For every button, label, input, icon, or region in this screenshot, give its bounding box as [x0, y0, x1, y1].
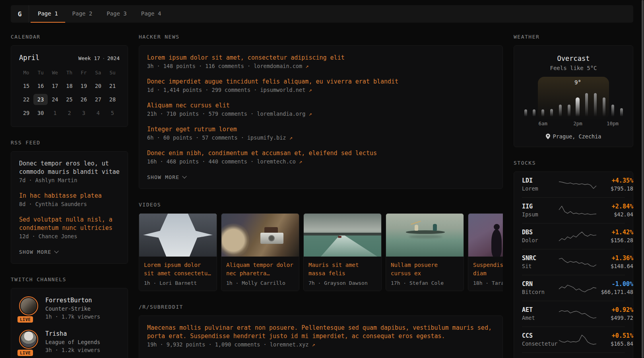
rss-item: Sed volutpat nulla nisl, a condimentum n… — [19, 216, 120, 241]
video-title-link[interactable]: Lorem ipsum dolor sit amet consectetu… — [144, 261, 212, 278]
page-scrollbar[interactable] — [642, 0, 644, 358]
meta-text: 1d · 1,414 points · 299 comments · ipsum… — [147, 87, 305, 93]
video-thumbnail[interactable] — [386, 214, 464, 257]
subreddit-section: /R/SUBREDDIT Maecenas mollis pulvinar er… — [139, 304, 503, 358]
hackernews-item-link[interactable]: Donec imperdiet augue tincidunt felis al… — [147, 78, 495, 86]
stock-sparkline-wrap — [559, 333, 597, 346]
avatar — [19, 330, 38, 349]
rss-item-link[interactable]: Sed volutpat nulla nisl, a condimentum n… — [19, 216, 120, 232]
hackernews-item-link[interactable]: Donec enim nibh, condimentum et accumsan… — [147, 149, 495, 158]
hackernews-show-more-button[interactable]: SHOW MORE — [147, 174, 186, 180]
stock-sparkline-wrap — [559, 204, 597, 217]
stock-name: Amet — [522, 314, 559, 322]
tab-page-4[interactable]: Page 4 — [134, 5, 169, 23]
meta-text: 16h · 468 points · 440 comments · loremt… — [147, 158, 296, 165]
stock-identity: LDILorem — [522, 177, 559, 193]
calendar-year: 2024 — [107, 55, 120, 61]
stock-row: CRNBitcorn-1.00%$66,171.48 — [522, 275, 625, 301]
stock-symbol: AET — [522, 306, 559, 314]
calendar-day-next-month: 2 — [62, 107, 76, 119]
stock-quote: +1.36%$148.64 — [597, 254, 633, 270]
weather-section: WEATHER Overcast Feels like 5°C 9° 6am2p… — [514, 34, 633, 147]
separator-dot: · — [100, 55, 107, 61]
weather-bar — [559, 105, 562, 117]
video-thumbnail[interactable] — [221, 214, 299, 257]
weather-bar-current — [576, 97, 580, 117]
tab-page-1[interactable]: Page 1 — [31, 5, 65, 23]
twitch-channel-row[interactable]: LIVE Trisha League of Legends 3h · 1.2k … — [19, 330, 120, 354]
stock-row: CCSConsectetur+0.51%$165.84 — [522, 327, 625, 352]
weather-location-text: Prague, Czechia — [553, 133, 601, 140]
stock-symbol: LDI — [522, 177, 559, 185]
video-card[interactable]: Mauris sit amet massa felis 7h · Grayson… — [303, 213, 382, 291]
stock-row: LDILorem+4.35%$795.18 — [522, 172, 625, 197]
video-title-link[interactable]: Mauris sit amet massa felis — [308, 261, 376, 278]
video-card-body: Suspendisse diam 18h · Tara — [468, 257, 503, 291]
video-thumbnail[interactable] — [304, 214, 381, 257]
rss-show-more-button[interactable]: SHOW MORE — [19, 249, 58, 255]
calendar-day: 20 — [91, 80, 105, 91]
hackernews-item-link[interactable]: Integer eget rutrum lorem — [147, 125, 495, 134]
video-title-link[interactable]: Nullam posuere cursus ex — [391, 261, 459, 278]
external-link-icon[interactable]: ↗ — [312, 341, 315, 348]
rss-item-link[interactable]: Donec tempor eros leo, ut commodo mauris… — [19, 160, 120, 176]
weather-bar — [533, 109, 535, 117]
hackernews-item-link[interactable]: Lorem ipsum dolor sit amet, consectetur … — [147, 54, 495, 62]
thumb-art — [433, 224, 437, 231]
dow-label: Th — [62, 68, 76, 78]
thumb-art — [409, 235, 442, 238]
subreddit-card: Maecenas mollis pulvinar erat non posuer… — [139, 315, 503, 358]
stock-name: Bitcorn — [522, 288, 559, 296]
stock-row: DBSDolor+1.42%$156.28 — [522, 223, 625, 249]
external-link-icon[interactable]: ↗ — [308, 87, 312, 93]
tab-page-2[interactable]: Page 2 — [65, 5, 100, 23]
avatar — [19, 296, 38, 315]
rss-section-title: RSS FEED — [11, 140, 128, 146]
video-card[interactable]: Suspendisse diam 18h · Tara — [468, 213, 503, 291]
stock-symbol: CRN — [522, 280, 559, 288]
calendar-header: April Week 17·2024 — [19, 54, 120, 62]
stock-name: Consectetur — [522, 340, 559, 348]
external-link-icon[interactable]: ↗ — [299, 158, 302, 165]
stock-identity: CRNBitcorn — [522, 280, 559, 296]
weather-hourly-chart: 9° — [524, 80, 623, 117]
stock-sparkline — [559, 333, 597, 346]
hackernews-item-link[interactable]: Aliquam nec cursus elit — [147, 101, 495, 110]
stock-row: AETAmet+0.92%$499.72 — [522, 301, 625, 327]
stock-sparkline-wrap — [559, 230, 597, 243]
thumb-art — [411, 221, 421, 225]
twitch-channel-row[interactable]: LIVE ForrestBurton Counter-Strike 1h · 1… — [19, 296, 120, 321]
video-card[interactable]: Nullam posuere cursus ex 17h · Stefan Co… — [386, 213, 464, 291]
video-card[interactable]: Aliquam tempor dolor nec pharetra… 1h · … — [221, 213, 299, 291]
stock-name: Lorem — [522, 185, 559, 193]
rss-item: In hac habitasse platea 8d · Cynthia Sau… — [19, 192, 120, 208]
weather-bar — [550, 109, 553, 117]
video-thumbnail[interactable] — [468, 214, 503, 257]
dow-label: Su — [105, 68, 120, 78]
stock-price: $795.18 — [597, 185, 633, 193]
rss-item-meta: 12d · Chance Jones — [19, 232, 120, 241]
calendar-day: 29 — [19, 107, 33, 119]
tab-page-3[interactable]: Page 3 — [99, 5, 134, 23]
twitch-channel-info: Trisha League of Legends 3h · 1.2k viewe… — [45, 330, 100, 354]
external-link-icon[interactable]: ↗ — [308, 111, 312, 117]
show-more-label: SHOW MORE — [147, 174, 179, 180]
weather-current-temp: 9° — [574, 79, 581, 86]
twitch-channel-name[interactable]: Trisha — [45, 330, 100, 338]
stock-sparkline-wrap — [559, 255, 597, 269]
stock-sparkline — [559, 230, 597, 243]
twitch-channel-name[interactable]: ForrestBurton — [45, 296, 100, 305]
calendar-day: 18 — [62, 80, 76, 91]
video-title-link[interactable]: Aliquam tempor dolor nec pharetra… — [226, 261, 294, 278]
stock-change-percent: +2.84% — [597, 202, 633, 211]
video-title-link[interactable]: Suspendisse diam — [473, 261, 503, 278]
external-link-icon[interactable]: ↗ — [289, 134, 293, 141]
rss-item-link[interactable]: In hac habitasse platea — [19, 192, 120, 200]
subreddit-post-link[interactable]: Maecenas mollis pulvinar erat non posuer… — [147, 324, 495, 340]
hackernews-card: Lorem ipsum dolor sit amet, consectetur … — [139, 45, 503, 189]
video-card[interactable]: Lorem ipsum dolor sit amet consectetu… 1… — [139, 213, 217, 291]
video-thumbnail[interactable] — [139, 214, 217, 257]
stocks-card: LDILorem+4.35%$795.18IIGIpsum+2.84%$42.0… — [514, 171, 633, 358]
weather-condition: Overcast — [524, 54, 623, 62]
external-link-icon[interactable]: ↗ — [305, 63, 308, 69]
